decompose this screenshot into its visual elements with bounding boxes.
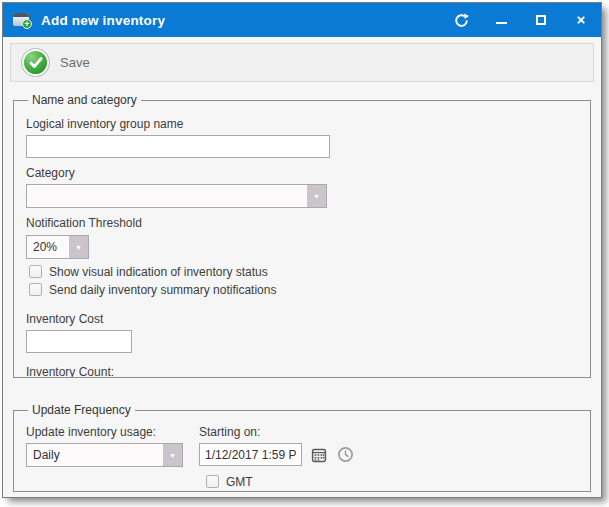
update-usage-dropdown-value: Daily (27, 444, 163, 466)
save-button-label: Save (60, 55, 90, 70)
toolbar: Save (10, 43, 594, 82)
group-name-label: Logical inventory group name (26, 117, 578, 132)
daily-summary-checkbox-label: Send daily inventory summary notificatio… (49, 283, 276, 297)
starting-on-input[interactable] (199, 443, 302, 466)
visual-indication-checkbox-row[interactable]: Show visual indication of inventory stat… (29, 264, 578, 279)
close-icon[interactable]: × (573, 12, 589, 28)
update-usage-dropdown-button[interactable]: ▼ (163, 444, 182, 466)
visual-indication-checkbox[interactable] (29, 265, 42, 278)
gmt-checkbox[interactable] (206, 475, 219, 488)
inventory-app-icon: + (13, 12, 32, 29)
chevron-down-icon: ▼ (75, 244, 82, 251)
visual-indication-checkbox-label: Show visual indication of inventory stat… (49, 265, 268, 279)
starting-on-row (199, 443, 578, 466)
category-label: Category (26, 166, 578, 181)
update-frequency-legend: Update Frequency (28, 403, 135, 417)
window-title: Add new inventory (41, 13, 165, 28)
category-dropdown-value (27, 185, 307, 207)
group-name-input[interactable] (26, 135, 330, 158)
window-controls: × (453, 12, 589, 28)
plus-badge-icon: + (22, 19, 32, 29)
screen: + Add new inventory × (0, 0, 609, 507)
update-usage-label: Update inventory usage: (26, 425, 184, 440)
threshold-dropdown-button[interactable]: ▼ (69, 236, 88, 258)
refresh-icon[interactable] (453, 12, 469, 28)
inventory-count-label: Inventory Count: (26, 365, 578, 378)
category-dropdown[interactable]: ▼ (26, 184, 327, 208)
inventory-cost-input[interactable] (26, 330, 132, 353)
category-dropdown-button[interactable]: ▼ (307, 185, 326, 207)
minimize-icon[interactable] (493, 12, 509, 28)
name-and-category-legend: Name and category (28, 93, 141, 107)
clock-icon[interactable] (336, 446, 354, 464)
threshold-dropdown-value: 20% (27, 236, 69, 258)
inventory-cost-label: Inventory Cost (26, 312, 578, 327)
titlebar[interactable]: + Add new inventory × (3, 3, 601, 37)
daily-summary-checkbox[interactable] (29, 283, 42, 296)
update-frequency-group: Update Frequency Update inventory usage:… (13, 403, 591, 492)
save-check-icon (22, 49, 49, 76)
gmt-checkbox-label: GMT (226, 475, 253, 489)
add-inventory-dialog: + Add new inventory × (2, 2, 602, 498)
calendar-icon[interactable] (310, 446, 328, 464)
name-and-category-group: Name and category Logical inventory grou… (13, 93, 591, 378)
save-button[interactable]: Save (20, 46, 100, 79)
threshold-label: Notification Threshold (26, 216, 578, 231)
threshold-dropdown[interactable]: 20% ▼ (26, 235, 89, 259)
chevron-down-icon: ▼ (169, 452, 176, 459)
starting-on-label: Starting on: (199, 425, 578, 440)
daily-summary-checkbox-row[interactable]: Send daily inventory summary notificatio… (29, 282, 578, 297)
chevron-down-icon: ▼ (313, 193, 320, 200)
update-usage-dropdown[interactable]: Daily ▼ (26, 443, 183, 467)
maximize-icon[interactable] (533, 12, 549, 28)
gmt-checkbox-row[interactable]: GMT (206, 474, 578, 489)
